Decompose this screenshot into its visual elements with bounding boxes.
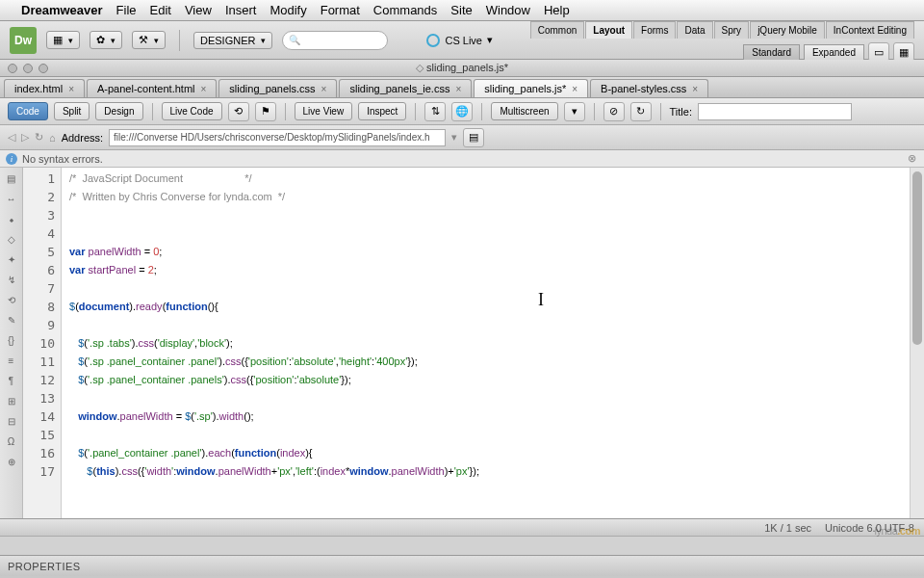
traffic-close-icon[interactable] <box>8 64 17 73</box>
cat-layout[interactable]: Layout <box>585 21 632 39</box>
home-icon[interactable]: ⌂ <box>49 132 56 144</box>
cat-spry[interactable]: Spry <box>714 21 750 39</box>
tool-icon[interactable]: ▤ <box>5 171 18 185</box>
tool-icon[interactable]: ⟲ <box>5 293 18 306</box>
cat-incontext[interactable]: InContext Editing <box>826 21 914 39</box>
close-icon[interactable]: ⊗ <box>908 152 916 165</box>
code-view-button[interactable]: Code <box>8 102 48 120</box>
title-label: Title: <box>670 106 692 118</box>
tool-icon[interactable]: ⊕ <box>5 455 18 468</box>
dreamweaver-logo-icon: Dw <box>10 27 37 54</box>
status-bar: 1K / 1 sec Unicode 6.0 UTF-8 lynda.com <box>0 518 924 536</box>
cs-live-button[interactable]: CS Live ▾ <box>426 34 493 47</box>
cat-forms[interactable]: Forms <box>633 21 676 39</box>
syntax-status-bar: i No syntax errors. ⊗ <box>0 150 924 168</box>
options-icon[interactable]: ⚑ <box>255 102 276 121</box>
browser-nav-icon[interactable]: ⇅ <box>424 102 446 121</box>
cat-jquery-mobile[interactable]: jQuery Mobile <box>750 21 825 39</box>
tool-icon[interactable]: Ω <box>5 434 18 448</box>
related-files-icon[interactable]: ▤ <box>463 128 484 147</box>
file-size-status: 1K / 1 sec <box>764 522 811 534</box>
seg-standard[interactable]: Standard <box>743 44 800 61</box>
tool-icon[interactable]: ≡ <box>5 354 18 367</box>
tool-icon[interactable]: {} <box>5 333 18 347</box>
panel-gap <box>0 536 924 555</box>
tab-sliding-ie-css[interactable]: sliding_panels_ie.css× <box>339 79 472 97</box>
close-icon[interactable]: × <box>68 84 74 94</box>
tool-icon[interactable]: ⬥ <box>5 212 18 225</box>
tab-a-panel[interactable]: A-panel-content.html× <box>87 79 217 97</box>
menu-modify[interactable]: Modify <box>270 3 306 17</box>
close-icon[interactable]: × <box>572 84 578 94</box>
design-view-button[interactable]: Design <box>95 102 142 120</box>
cat-common[interactable]: Common <box>530 21 585 39</box>
info-icon: i <box>6 153 17 165</box>
refresh-icon[interactable]: ↻ <box>630 102 652 121</box>
tab-sliding-js[interactable]: sliding_panels.js*× <box>474 79 588 97</box>
traffic-min-icon[interactable] <box>23 64 33 73</box>
address-drop-icon[interactable]: ▾ <box>451 131 457 144</box>
tool-icon[interactable]: ↯ <box>5 273 18 286</box>
tool-icon[interactable]: ✎ <box>5 313 18 327</box>
tab-index[interactable]: index.html× <box>4 79 85 97</box>
menu-file[interactable]: File <box>116 3 137 17</box>
scrollbar-thumb[interactable] <box>912 171 922 345</box>
layout-icon-1[interactable]: ▭ <box>868 42 889 62</box>
vertical-scrollbar[interactable] <box>910 168 924 518</box>
live-view-button[interactable]: Live View <box>295 102 353 120</box>
split-view-button[interactable]: Split <box>54 102 90 120</box>
menu-insert[interactable]: Insert <box>225 3 257 17</box>
address-input[interactable]: file:///Converse HD/Users/chrisconverse/… <box>109 129 446 146</box>
forward-icon[interactable]: ▷ <box>21 131 29 144</box>
tab-b-panel[interactable]: B-panel-styles.css× <box>590 79 708 97</box>
workspace-switcher[interactable]: DESIGNER <box>193 32 272 49</box>
multiscreen-drop-icon[interactable]: ▾ <box>564 102 585 121</box>
menu-format[interactable]: Format <box>321 3 360 17</box>
app-toolbar: Dw ▦ ✿ ⚒ DESIGNER CS Live ▾ Common Layou… <box>0 21 924 60</box>
menu-site[interactable]: Site <box>450 3 472 17</box>
tool-icon[interactable]: ⊟ <box>5 414 18 428</box>
address-label: Address: <box>62 132 103 144</box>
layout-dropdown[interactable]: ▦ <box>46 31 80 49</box>
multiscreen-button[interactable]: Multiscreen <box>491 102 557 120</box>
traffic-zoom-icon[interactable] <box>38 64 48 73</box>
inspect-button[interactable]: Inspect <box>358 102 406 120</box>
site-dropdown[interactable]: ⚒ <box>132 31 166 49</box>
cat-data[interactable]: Data <box>677 21 712 39</box>
menu-commands[interactable]: Commands <box>373 3 437 17</box>
layout-icon-2[interactable]: ▦ <box>893 42 914 62</box>
globe-icon[interactable]: 🌐 <box>451 102 473 121</box>
menu-help[interactable]: Help <box>544 3 570 17</box>
properties-panel-header[interactable]: PROPERTIES <box>0 555 924 576</box>
seg-expanded[interactable]: Expanded <box>804 44 864 61</box>
title-input[interactable] <box>698 103 852 120</box>
menu-edit[interactable]: Edit <box>150 3 171 17</box>
tool-icon[interactable]: ◇ <box>5 232 18 246</box>
tool-icon[interactable]: ⊞ <box>5 394 18 407</box>
tool-icon[interactable]: ¶ <box>5 374 18 387</box>
app-name[interactable]: Dreamweaver <box>21 3 103 17</box>
code-text-area[interactable]: /* JavaScript Document *//* Written by C… <box>62 168 910 518</box>
document-toolbar: Code Split Design Live Code ⟲ ⚑ Live Vie… <box>0 98 924 125</box>
extend-dropdown[interactable]: ✿ <box>90 31 122 49</box>
w3c-icon[interactable]: ⊘ <box>603 102 625 121</box>
window-titlebar: sliding_panels.js* <box>0 60 924 77</box>
close-icon[interactable]: × <box>455 84 461 94</box>
reload-icon[interactable]: ↻ <box>35 131 43 144</box>
live-code-button[interactable]: Live Code <box>162 102 222 120</box>
menu-view[interactable]: View <box>185 3 212 17</box>
window-title: sliding_panels.js* <box>416 62 508 74</box>
search-input[interactable] <box>282 31 388 50</box>
close-icon[interactable]: × <box>692 84 698 94</box>
tool-icon[interactable]: ✦ <box>5 252 18 266</box>
menu-window[interactable]: Window <box>486 3 530 17</box>
insert-panel-categories: Common Layout Forms Data Spry jQuery Mob… <box>530 21 914 39</box>
tool-icon[interactable]: ↔ <box>5 192 18 205</box>
document-tabs: index.html× A-panel-content.html× slidin… <box>0 77 924 98</box>
layout-mode-segment: Standard Expanded ▭ ▦ <box>743 42 914 62</box>
check-icon[interactable]: ⟲ <box>228 102 249 121</box>
close-icon[interactable]: × <box>200 84 206 94</box>
back-icon[interactable]: ◁ <box>8 131 15 144</box>
tab-sliding-css[interactable]: sliding_panels.css× <box>218 79 337 97</box>
close-icon[interactable]: × <box>321 84 327 94</box>
